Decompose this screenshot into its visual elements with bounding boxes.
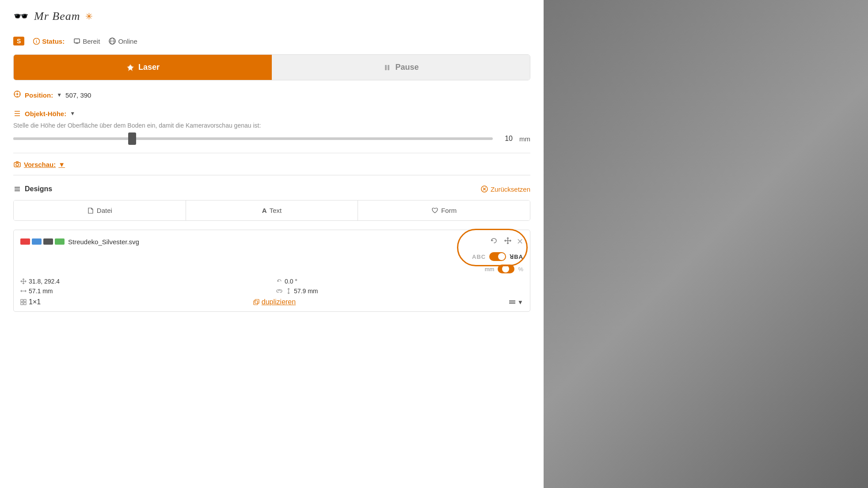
laser-icon — [126, 63, 135, 72]
svg-text:i: i — [36, 39, 38, 44]
logo-glasses-icon: 🕶️ — [13, 9, 29, 23]
file-name: Streudeko_Silvester.svg — [68, 238, 139, 246]
position-detail-value: 31.8, 292.4 — [29, 278, 60, 285]
text-tab-icon: A — [262, 207, 267, 214]
svg-marker-8 — [127, 64, 134, 71]
grid-detail-icon — [20, 299, 27, 305]
width-detail-icon — [20, 288, 27, 294]
online-icon — [109, 38, 116, 45]
position-value: 507, 390 — [65, 91, 91, 99]
tab-buttons: Datei A Text Form — [13, 200, 530, 221]
svg-rect-10 — [388, 65, 389, 70]
abc-left-label: ABC — [472, 253, 486, 260]
tab-datei-label: Datei — [97, 207, 112, 214]
second-toggle-row: mm % — [20, 265, 523, 273]
heart-icon — [431, 207, 438, 214]
height-slider-thumb[interactable] — [128, 132, 136, 145]
menu-chevron: ▼ — [518, 299, 523, 306]
file-icon — [87, 207, 94, 214]
abc-toggle-switch[interactable] — [489, 252, 506, 261]
status-label: i Status: — [33, 38, 65, 45]
menu-button[interactable]: ▼ — [508, 298, 523, 306]
height-detail: 57.9 mm — [276, 288, 523, 295]
duplicate-icon — [253, 299, 259, 305]
bereit-status: Bereit — [73, 38, 100, 45]
file-item-title: Streudeko_Silvester.svg — [20, 238, 139, 246]
designs-title: Designs — [13, 185, 52, 193]
camera-icon — [13, 160, 21, 168]
color-bar-red — [20, 238, 30, 245]
side-panel — [544, 0, 868, 488]
file-color-bars — [20, 238, 65, 245]
info-icon: i — [33, 38, 40, 45]
height-slider-container[interactable] — [13, 134, 493, 143]
undo-button[interactable] — [488, 235, 499, 248]
color-bar-dark — [43, 238, 53, 245]
online-status: Online — [109, 38, 137, 45]
tab-datei[interactable]: Datei — [14, 200, 186, 220]
toggle-knob-2 — [502, 265, 509, 272]
preview-header[interactable]: Vorschau: ▼ — [13, 160, 530, 168]
height-slider-fill — [13, 137, 133, 140]
width-detail-value: 57.1 mm — [29, 288, 53, 295]
pause-label: Pause — [395, 63, 419, 72]
menu-icon — [508, 298, 516, 306]
height-value: 10 — [499, 135, 513, 143]
undo-icon — [490, 237, 498, 245]
tab-text[interactable]: A Text — [186, 200, 358, 220]
divider-1 — [13, 153, 530, 153]
object-height-label: Objekt-Höhe: — [25, 110, 66, 117]
reset-label: Zurücksetzen — [491, 185, 530, 193]
header: 🕶️ Mr Beam ✳ — [13, 9, 530, 28]
reset-button[interactable]: Zurücksetzen — [481, 185, 530, 193]
object-height-arrow[interactable]: ▼ — [70, 110, 75, 117]
duplicate-label[interactable]: duplizieren — [262, 298, 296, 306]
svg-rect-37 — [24, 303, 26, 305]
designs-section: Designs Zurücksetzen Datei — [13, 185, 530, 312]
designs-list-icon — [13, 185, 21, 193]
move-button[interactable] — [503, 235, 513, 248]
rotation-detail: 0.0 ° — [276, 278, 523, 285]
tab-form[interactable]: Form — [358, 200, 530, 220]
svg-rect-34 — [21, 299, 23, 302]
tab-form-label: Form — [441, 207, 457, 214]
laser-button[interactable]: Laser — [14, 55, 272, 80]
file-details: 31.8, 292.4 0.0 ° 57.1 mm — [20, 278, 523, 295]
abc-right-label: ꓤBA — [510, 253, 523, 260]
online-label: Online — [118, 38, 137, 45]
close-button[interactable]: ✕ — [517, 237, 523, 246]
bereit-icon — [73, 38, 80, 45]
percent-toggle-switch[interactable] — [498, 265, 514, 273]
height-detail-value: 57.9 mm — [294, 288, 318, 295]
svg-rect-35 — [24, 299, 26, 302]
preview-arrow[interactable]: ▼ — [58, 161, 65, 168]
s-badge[interactable]: S — [13, 37, 24, 45]
position-detail: 31.8, 292.4 — [20, 278, 267, 285]
height-description: Stelle die Höhe der Oberfläche über dem … — [13, 122, 530, 129]
grid-detail-value: 1×1 — [29, 298, 41, 306]
svg-point-21 — [16, 163, 19, 166]
position-row: Position: ▼ 507, 390 — [13, 90, 530, 100]
preview-label: Vorschau: — [24, 161, 56, 168]
link-detail-icon — [276, 288, 282, 294]
move-icon — [504, 237, 512, 245]
height-unit: mm — [519, 135, 530, 143]
position-dropdown-arrow[interactable]: ▼ — [57, 92, 62, 98]
position-icon — [13, 90, 21, 100]
height-icon — [13, 110, 21, 117]
toggle-knob — [498, 253, 505, 260]
file-bottom: 1×1 duplizieren ▼ — [20, 298, 523, 306]
designs-header: Designs Zurücksetzen — [13, 185, 530, 193]
camera-preview — [544, 0, 868, 488]
pause-button[interactable]: Pause — [272, 55, 530, 80]
object-height-section: Objekt-Höhe: ▼ Stelle die Höhe der Oberf… — [13, 110, 530, 143]
svg-rect-9 — [385, 65, 387, 70]
position-label: Position: — [25, 91, 53, 99]
pause-icon — [383, 63, 392, 72]
percent-label: % — [518, 266, 523, 272]
object-height-header: Objekt-Höhe: ▼ — [13, 110, 530, 117]
bereit-label: Bereit — [83, 38, 100, 45]
svg-rect-2 — [74, 39, 80, 43]
action-buttons: Laser Pause — [13, 54, 530, 80]
color-bar-blue — [32, 238, 42, 245]
